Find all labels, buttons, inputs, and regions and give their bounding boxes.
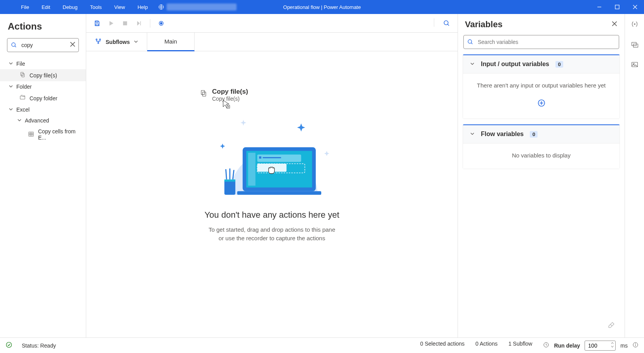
svg-rect-48 <box>225 180 235 195</box>
rail-images-button[interactable] <box>631 61 639 70</box>
svg-marker-37 <box>324 151 329 156</box>
empty-line-2: or use the recorder to capture the actio… <box>219 235 325 241</box>
menu-view[interactable]: View <box>109 1 131 13</box>
right-rail <box>625 14 644 337</box>
svg-rect-45 <box>263 157 281 158</box>
environment-selector[interactable] <box>153 3 241 10</box>
svg-rect-17 <box>96 24 98 26</box>
actions-count: 0 Actions <box>475 341 498 351</box>
svg-marker-36 <box>297 124 305 132</box>
search-icon <box>467 39 473 47</box>
drag-ghost-title: Copy file(s) <box>212 88 248 96</box>
add-io-variable-button[interactable] <box>537 99 546 108</box>
chevron-down-icon <box>9 84 13 90</box>
variables-search-input[interactable] <box>463 35 619 49</box>
selected-actions-count: 0 Selected actions <box>420 341 465 351</box>
flow-variables-header[interactable]: Flow variables 0 <box>463 125 620 143</box>
step-button[interactable] <box>133 17 145 30</box>
actions-panel-title: Actions <box>0 14 86 37</box>
svg-line-50 <box>226 169 226 179</box>
run-button[interactable] <box>105 17 117 30</box>
close-button[interactable] <box>626 0 644 14</box>
empty-title: You don't have any actions here yet <box>204 210 339 220</box>
io-variables-count: 0 <box>555 61 563 68</box>
menu-file[interactable]: File <box>16 1 35 13</box>
titlebar: File Edit Debug Tools View Help Operatio… <box>0 0 644 14</box>
menu-tools[interactable]: Tools <box>85 1 107 13</box>
svg-rect-44 <box>259 156 261 159</box>
svg-line-25 <box>447 24 449 26</box>
minimize-button[interactable] <box>590 0 608 14</box>
run-delay-input[interactable] <box>585 341 616 351</box>
tree-group-label: Folder <box>16 84 32 90</box>
subflows-dropdown[interactable]: Subflows <box>86 33 147 51</box>
status-text: Status: Ready <box>22 343 56 349</box>
variables-panel-title: Variables <box>465 19 503 30</box>
tree-item-copy-folder[interactable]: Copy folder <box>0 92 86 104</box>
svg-point-64 <box>633 63 634 65</box>
cursor-drag-icon <box>222 100 231 110</box>
empty-illustration <box>210 114 334 203</box>
actions-search-input[interactable] <box>7 38 79 52</box>
tree-group-folder[interactable]: Folder <box>0 81 86 92</box>
canvas[interactable]: Copy file(s) Copy file(s) <box>86 51 458 337</box>
svg-point-23 <box>160 22 162 24</box>
record-button[interactable] <box>155 17 167 30</box>
save-button[interactable] <box>91 17 103 30</box>
eraser-button[interactable] <box>607 321 615 330</box>
tree-group-advanced[interactable]: Advanced <box>0 115 86 126</box>
svg-line-56 <box>471 43 472 44</box>
copy-file-icon <box>200 88 207 99</box>
tree-group-file[interactable]: File <box>0 58 86 69</box>
svg-point-69 <box>635 344 635 344</box>
svg-rect-16 <box>96 21 98 23</box>
menu-debug[interactable]: Debug <box>57 1 83 13</box>
svg-point-65 <box>6 342 12 348</box>
clear-search-button[interactable] <box>70 41 76 49</box>
tree-item-label: Copy cells from E... <box>38 128 82 141</box>
svg-rect-19 <box>124 21 127 25</box>
info-icon[interactable] <box>632 342 639 349</box>
tab-main[interactable]: Main <box>147 33 195 51</box>
search-icon <box>11 42 17 50</box>
svg-line-6 <box>15 46 16 47</box>
io-variables-label: Input / output variables <box>481 61 549 68</box>
tree-group-label: File <box>16 61 25 67</box>
canvas-empty-state: You don't have any actions here yet To g… <box>86 114 458 243</box>
svg-rect-42 <box>248 153 256 186</box>
tree-item-copy-files[interactable]: Copy file(s) <box>0 69 86 81</box>
variables-panel: Variables Input / output variables 0 The… <box>458 14 625 337</box>
rail-variables-button[interactable] <box>631 20 639 30</box>
svg-rect-9 <box>21 72 23 76</box>
menu-help[interactable]: Help <box>132 1 153 13</box>
chevron-down-icon <box>9 107 13 113</box>
chevron-down-icon <box>9 61 13 67</box>
tree-group-excel[interactable]: Excel <box>0 104 86 115</box>
tree-item-label: Copy folder <box>30 95 57 101</box>
svg-line-60 <box>611 324 612 326</box>
svg-marker-20 <box>138 21 140 25</box>
menu-bar: File Edit Debug Tools View Help <box>0 1 153 13</box>
maximize-button[interactable] <box>608 0 626 14</box>
menu-edit[interactable]: Edit <box>36 1 56 13</box>
empty-line-1: To get started, drag and drop actions to… <box>209 226 335 233</box>
stop-button[interactable] <box>119 17 131 30</box>
svg-point-26 <box>96 39 97 40</box>
io-variables-header[interactable]: Input / output variables 0 <box>463 55 620 73</box>
excel-icon <box>28 131 34 138</box>
clock-icon <box>543 342 549 349</box>
rail-ui-elements-button[interactable] <box>631 40 639 50</box>
tree-item-label: Copy file(s) <box>30 72 57 79</box>
toolbar <box>86 14 458 33</box>
tree-item-copy-cells[interactable]: Copy cells from E... <box>0 126 86 143</box>
svg-rect-30 <box>203 92 206 96</box>
svg-rect-29 <box>201 91 204 95</box>
tree-group-label: Excel <box>16 107 30 113</box>
toolbar-separator <box>150 19 150 28</box>
actions-panel: Actions File Copy file(s) Folder <box>0 14 86 337</box>
search-canvas-button[interactable] <box>440 17 453 30</box>
io-variables-section: Input / output variables 0 There aren't … <box>463 54 620 119</box>
svg-marker-18 <box>110 21 113 25</box>
svg-point-28 <box>98 42 99 44</box>
close-variables-button[interactable] <box>611 21 618 28</box>
